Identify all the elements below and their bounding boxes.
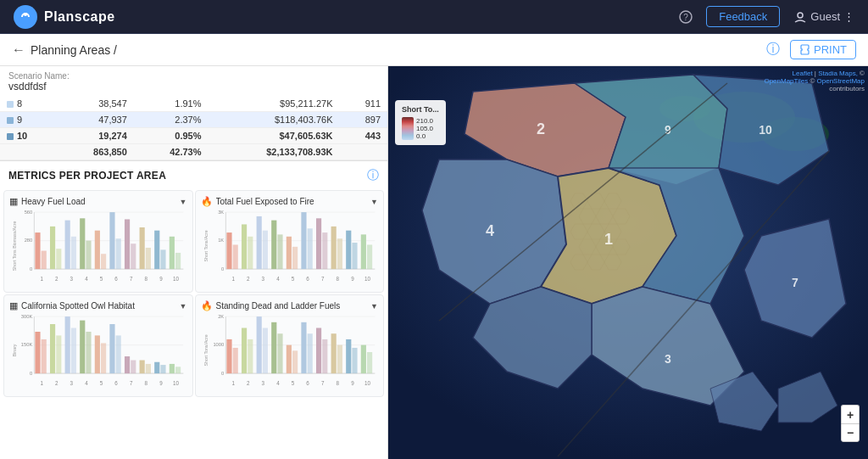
svg-rect-35: [170, 237, 175, 269]
svg-text:4: 4: [486, 222, 494, 239]
row-value: 47,937: [56, 112, 134, 128]
guest-menu[interactable]: Guest ⋮: [793, 10, 854, 24]
svg-text:2: 2: [55, 276, 58, 282]
feedback-button[interactable]: Feedback: [706, 6, 780, 27]
row-cost: $47,605.63K: [208, 128, 339, 144]
logo-area: Planscape: [14, 5, 115, 29]
row-pct: 0.95%: [134, 128, 209, 144]
left-panel: Scenario Name: vsddfdsf 8 38,547 1.91% $…: [0, 66, 388, 459]
back-button[interactable]: ←: [12, 42, 25, 58]
svg-rect-33: [154, 231, 159, 269]
svg-rect-151: [352, 348, 357, 373]
svg-text:10: 10: [173, 276, 179, 282]
svg-rect-73: [352, 243, 357, 269]
row-value: 38,547: [56, 96, 134, 112]
table-row: 9 47,937 2.37% $118,403.76K 897: [0, 112, 387, 128]
svg-rect-142: [286, 345, 291, 374]
svg-rect-110: [146, 364, 151, 373]
svg-text:8: 8: [336, 276, 339, 282]
svg-rect-96: [42, 339, 47, 373]
svg-text:10: 10: [364, 380, 370, 386]
row-count: 911: [339, 96, 387, 112]
page-info-button[interactable]: ⓘ: [766, 41, 780, 59]
zoom-out-button[interactable]: −: [841, 423, 860, 442]
svg-rect-112: [160, 365, 165, 373]
chart-area-cal-spotted-owl: Binary 0150K300K 12345678910: [9, 315, 187, 391]
legend-max: 210.0: [416, 117, 433, 125]
svg-rect-74: [360, 234, 365, 269]
svg-text:4: 4: [85, 380, 88, 386]
svg-rect-7: [803, 48, 807, 51]
chart-panel-heavy-fuel: ▦ Heavy Fuel Load ▼ Short Tons Biomass/A…: [3, 190, 193, 293]
svg-rect-114: [175, 367, 181, 373]
svg-rect-139: [262, 328, 267, 374]
app-logo-icon: [14, 5, 37, 29]
svg-rect-144: [301, 322, 306, 373]
metrics-info-icon[interactable]: ⓘ: [367, 168, 379, 183]
svg-text:9: 9: [351, 276, 354, 282]
svg-rect-60: [256, 216, 261, 269]
svg-text:7: 7: [130, 276, 133, 282]
svg-rect-21: [65, 221, 70, 270]
row-value: 19,274: [56, 128, 134, 144]
chart-svg-cal-spotted-owl: Binary 0150K300K 12345678910: [9, 315, 187, 386]
svg-rect-109: [140, 361, 145, 374]
sub-header: ← Planning Areas / ⓘ PRINT: [0, 34, 868, 66]
svg-text:3: 3: [261, 276, 264, 282]
svg-text:5: 5: [100, 380, 103, 386]
svg-text:8: 8: [145, 276, 148, 282]
chart-select-cal-spotted-owl[interactable]: California Spotted Owl Habitat: [21, 301, 176, 311]
chart-select-total-fuel-fire[interactable]: Total Fuel Exposed to Fire: [216, 197, 368, 206]
zoom-in-button[interactable]: +: [841, 405, 860, 423]
svg-rect-27: [109, 212, 114, 269]
svg-rect-20: [56, 249, 61, 269]
row-id: 8: [0, 96, 56, 112]
table-row: 8 38,547 1.91% $95,211.27K 911: [0, 96, 387, 112]
svg-rect-18: [42, 251, 47, 270]
row-cost: $95,211.27K: [208, 96, 339, 112]
svg-text:4: 4: [276, 380, 280, 386]
svg-rect-70: [331, 227, 336, 269]
sub-header-actions: ⓘ PRINT: [766, 40, 856, 59]
svg-rect-58: [241, 224, 246, 269]
svg-rect-103: [95, 335, 100, 373]
svg-text:9: 9: [159, 276, 163, 282]
map-svg: 2 9 10 4 1 3 7: [388, 66, 868, 459]
print-button[interactable]: PRINT: [790, 40, 856, 59]
chart-select-standing-dead[interactable]: Standing Dead and Ladder Fuels: [216, 301, 368, 311]
svg-text:1: 1: [40, 380, 43, 386]
main-content: Scenario Name: vsddfdsf 8 38,547 1.91% $…: [0, 66, 868, 459]
guest-label: Guest: [810, 10, 840, 23]
scenario-label: Scenario Name:: [0, 66, 387, 81]
help-button[interactable]: ?: [679, 10, 693, 24]
metrics-header: METRICS PER PROJECT AREA ⓘ: [0, 160, 387, 187]
svg-text:2: 2: [246, 380, 249, 386]
svg-text:0: 0: [30, 266, 32, 271]
chart-dropdown-arrow: ▼: [180, 198, 187, 206]
svg-rect-98: [56, 335, 61, 373]
svg-text:150K: 150K: [21, 342, 33, 347]
svg-text:3: 3: [665, 352, 671, 366]
map-attribution: Leaflet | Stadia Maps, © OpenMapTiles © …: [764, 70, 865, 92]
svg-rect-22: [71, 237, 76, 269]
chart-type-icon: 🔥: [201, 196, 213, 207]
chart-panel-standing-dead: 🔥 Standing Dead and Ladder Fuels ▼ Short…: [195, 294, 385, 397]
svg-text:2K: 2K: [218, 315, 224, 319]
svg-rect-75: [366, 244, 371, 269]
total-value: 863,850: [56, 144, 134, 160]
row-pct: 2.37%: [134, 112, 209, 128]
svg-text:280: 280: [25, 238, 33, 243]
map-legend: Short To... 210.0 105.0 0.0: [395, 100, 446, 145]
svg-text:3: 3: [70, 380, 74, 386]
svg-rect-23: [80, 218, 85, 269]
svg-text:6: 6: [114, 380, 118, 386]
chart-type-icon: ▦: [9, 196, 18, 207]
svg-text:0: 0: [30, 371, 32, 376]
svg-text:8: 8: [145, 380, 148, 386]
svg-rect-72: [346, 231, 351, 269]
svg-rect-34: [160, 249, 165, 269]
svg-rect-149: [337, 345, 342, 374]
chart-area-total-fuel-fire: Short Tons/Acre 01K3K 12345678910: [201, 210, 379, 287]
chart-select-heavy-fuel[interactable]: Heavy Fuel Load: [21, 197, 176, 206]
chart-svg-standing-dead: Short Tons/Acre 010002K 12345678910: [201, 315, 379, 386]
